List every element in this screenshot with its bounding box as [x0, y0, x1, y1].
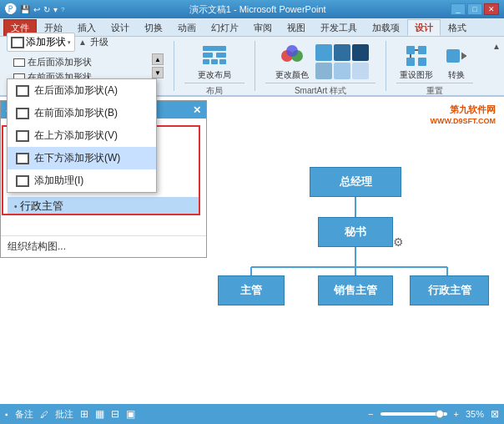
convert-button[interactable]: 转换 — [440, 41, 473, 83]
zoom-out-button[interactable]: − — [368, 409, 373, 419]
style-swatch-1[interactable] — [315, 44, 332, 61]
ribbon-collapse-button[interactable]: ▲ — [492, 40, 501, 52]
change-color-label: 更改颜色 — [275, 69, 309, 81]
tab-devtools[interactable]: 开发工具 — [313, 19, 365, 36]
smartart-section-label: SmartArt 样式 — [265, 83, 375, 97]
org-label-admin: 行政主管 — [428, 283, 471, 298]
status-backup[interactable]: 备注 — [15, 408, 33, 421]
text-panel-close-button[interactable]: ✕ — [193, 104, 201, 116]
svg-point-8 — [286, 45, 298, 57]
org-box-secretary[interactable]: 秘书 — [318, 217, 393, 247]
ribbon-divider-1 — [174, 41, 174, 91]
svg-rect-9 — [406, 46, 415, 54]
dropdown-item-after[interactable]: 在后面添加形状(A) — [8, 79, 156, 102]
statusbar: ▪ 备注 🖊 批注 ⊞ ▦ ⊟ ▣ − + 35% ⊠ — [0, 404, 504, 424]
style-swatch-6[interactable] — [352, 63, 369, 79]
dropdown-item-before[interactable]: 在前面添加形状(B) — [8, 102, 156, 124]
org-chart-link[interactable]: 组织结构图... — [1, 235, 206, 257]
change-color-button[interactable]: 更改颜色 — [272, 41, 312, 83]
add-after-icon — [13, 58, 25, 67]
smartart-diagram: 总经理 秘书 主管 销售主管 行政主管 ⚙ — [218, 159, 493, 342]
smartart-area[interactable]: 第九软件网 WWW.D9SFT.COM 总经理 秘书 — [207, 97, 504, 404]
add-below-dropdown-icon — [16, 153, 29, 164]
style-swatch-3[interactable] — [352, 44, 369, 61]
upgrade-arrow-icon: ▲ — [78, 38, 87, 47]
layout-section-label: 布局 — [184, 83, 244, 97]
layout-buttons: 更改布局 — [194, 41, 234, 83]
dropdown-item-below[interactable]: 在下方添加形状(W) — [8, 147, 156, 169]
org-box-general-manager[interactable]: 总经理 — [310, 167, 401, 197]
svg-rect-1 — [203, 53, 213, 58]
move-up-button[interactable]: ▲ — [152, 53, 164, 65]
org-box-sales[interactable]: 销售主管 — [318, 275, 393, 305]
org-label-general-manager: 总经理 — [340, 174, 372, 189]
change-layout-label: 更改布局 — [198, 69, 231, 81]
ribbon-divider-2 — [255, 41, 255, 91]
zoom-in-button[interactable]: + — [454, 409, 459, 419]
dropdown-label-above: 在上方添加形状(V) — [34, 129, 118, 143]
org-box-manager1[interactable]: 主管 — [218, 275, 285, 305]
org-box-admin[interactable]: 行政主管 — [410, 275, 489, 305]
view-icon-2[interactable]: ▦ — [95, 408, 104, 420]
style-swatch-2[interactable] — [334, 44, 350, 61]
tab-format[interactable]: 格式 — [441, 19, 474, 36]
reset-shape-label: 重设图形 — [400, 69, 433, 81]
watermark-line1: 第九软件网 — [431, 103, 496, 116]
minimize-button[interactable]: _ — [451, 3, 466, 15]
fit-window-button[interactable]: ⊠ — [491, 408, 499, 420]
reset-section-label: 重置 — [396, 83, 473, 97]
close-button[interactable]: ✕ — [484, 3, 499, 15]
tab-slides[interactable]: 幻灯片 — [204, 19, 246, 36]
org-label-secretary: 秘书 — [345, 225, 366, 240]
org-label-manager1: 主管 — [240, 283, 262, 298]
ribbon-section-layout: 更改布局 布局 — [181, 39, 248, 93]
status-comment[interactable]: 批注 — [55, 408, 73, 421]
shape-icon — [11, 37, 24, 48]
change-layout-button[interactable]: 更改布局 — [194, 41, 234, 83]
convert-label: 转换 — [448, 69, 465, 81]
style-swatch-5[interactable] — [334, 63, 350, 79]
watermark: 第九软件网 WWW.D9SFT.COM — [431, 103, 496, 127]
svg-rect-5 — [219, 59, 226, 64]
dropdown-label-below: 在下方添加形状(W) — [34, 151, 120, 165]
tab-design2[interactable]: 设计 — [407, 19, 441, 36]
dropdown-item-above[interactable]: 在上方添加形状(V) — [8, 124, 156, 147]
dropdown-item-assistant[interactable]: 添加助理(I) — [8, 169, 156, 192]
titlebar-left: 🅟 💾 ↩ ↻ ▾ ? — [5, 3, 64, 16]
tab-view[interactable]: 视图 — [280, 19, 313, 36]
svg-rect-12 — [418, 58, 426, 66]
svg-rect-11 — [406, 58, 415, 66]
titlebar: 🅟 💾 ↩ ↻ ▾ ? 演示文稿1 - Microsoft PowerPoint… — [0, 0, 504, 18]
upgrade-label[interactable]: 升级 — [90, 36, 108, 48]
reset-shape-icon — [403, 43, 430, 69]
view-icon-3[interactable]: ⊟ — [111, 408, 119, 420]
reset-shape-button[interactable]: 重设图形 — [396, 41, 436, 83]
add-after-dropdown-icon — [16, 85, 29, 97]
maximize-button[interactable]: □ — [467, 3, 482, 15]
titlebar-controls[interactable]: _ □ ✕ — [451, 3, 499, 15]
list-item-admin[interactable]: • 行政主管 — [8, 197, 199, 215]
reset-buttons: 重设图形 转换 — [396, 41, 473, 83]
status-slide-icon: ▪ — [5, 410, 8, 419]
style-swatch-4[interactable] — [315, 63, 332, 79]
add-shape-button[interactable]: 添加形状 ▾ — [7, 33, 75, 52]
svg-rect-4 — [211, 59, 218, 64]
view-icon-4[interactable]: ▣ — [126, 408, 135, 420]
change-layout-icon — [201, 43, 228, 69]
zoom-level[interactable]: 35% — [466, 409, 484, 419]
zoom-thumb — [436, 410, 444, 418]
org-label-sales: 销售主管 — [334, 283, 377, 298]
ribbon-section-reset: 重设图形 转换 重置 — [393, 39, 476, 93]
dropdown-arrow-icon: ▾ — [68, 39, 71, 46]
zoom-slider[interactable] — [381, 412, 447, 416]
view-icon-1[interactable]: ⊞ — [80, 408, 88, 420]
add-before-dropdown-icon — [16, 108, 29, 119]
tab-animation[interactable]: 动画 — [170, 19, 204, 36]
move-down-button[interactable]: ▼ — [152, 67, 164, 78]
add-after-btn[interactable]: 在后面添加形状 — [10, 55, 95, 69]
ribbon-section-smartart: 更改颜色 SmartArt 样式 — [262, 39, 379, 93]
smartart-handle-icon[interactable]: ⚙ — [393, 235, 404, 249]
tab-addins[interactable]: 加载项 — [365, 19, 407, 36]
convert-icon — [443, 43, 470, 69]
tab-review[interactable]: 审阅 — [246, 19, 280, 36]
